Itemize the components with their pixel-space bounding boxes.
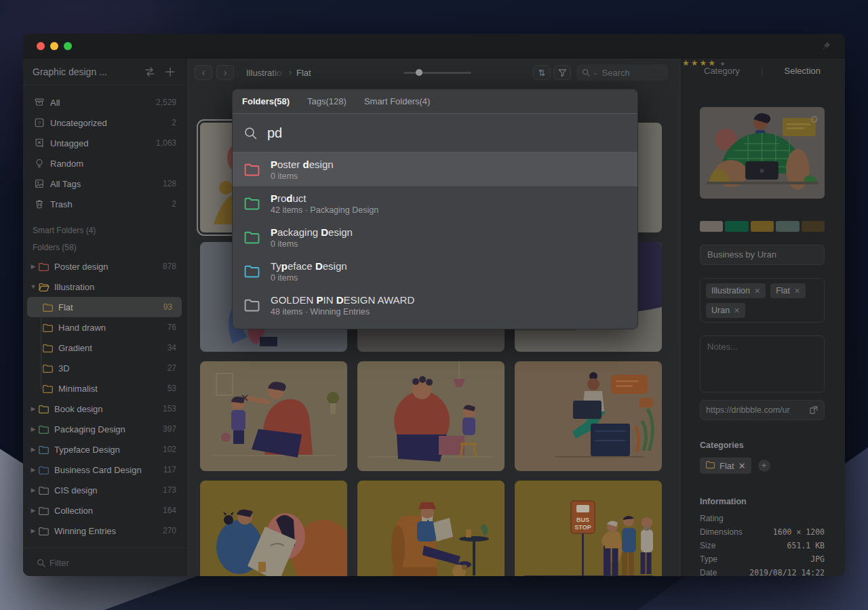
folder-count: 76 — [167, 323, 176, 332]
folder-count: 53 — [167, 384, 176, 393]
sidebar-item-all[interactable]: All2,529 — [23, 92, 186, 113]
plus-icon[interactable] — [164, 66, 176, 78]
chevron-right-icon[interactable]: ▶ — [28, 527, 38, 534]
chevron-right-icon[interactable]: ▶ — [28, 466, 38, 473]
minimize-button[interactable] — [50, 42, 58, 50]
folder-label: Winning Entries — [54, 526, 163, 536]
popup-tab-tags-128-[interactable]: Tags(128) — [307, 96, 347, 106]
folder-item-winning-entries[interactable]: ▶Winning Entries270 — [23, 521, 186, 541]
sidebar-item-label: Trash — [50, 199, 172, 209]
folder-label: Packaging Design — [54, 424, 163, 434]
folder-count: 27 — [167, 363, 176, 373]
folder-item-flat[interactable]: Flat93 — [27, 297, 182, 317]
folder-item-packaging-design[interactable]: ▶Packaging Design397 — [23, 419, 186, 439]
folder-item-business-card-design[interactable]: ▶Business Card Design117 — [23, 460, 186, 480]
search-icon — [582, 68, 590, 77]
folder-item-cis-design[interactable]: ▶CIS design173 — [23, 480, 186, 500]
filter-input[interactable]: Filter — [31, 554, 178, 571]
folder-count: 117 — [163, 465, 176, 474]
sort-button[interactable]: ⇅ — [533, 65, 551, 80]
folder-icon — [243, 230, 260, 245]
folder-icon — [38, 485, 50, 495]
sidebar-item-trash[interactable]: Trash2 — [23, 194, 186, 214]
folder-item-poster-design[interactable]: ▶Poster design878 — [23, 256, 186, 277]
folder-count: 93 — [163, 302, 172, 312]
popup-search-input[interactable]: pd — [267, 125, 282, 141]
sidebar-item-count: 2,529 — [156, 98, 176, 107]
folder-label: Illustration — [54, 282, 176, 292]
pin-icon[interactable] — [821, 41, 831, 52]
thumbnail-bus-stop[interactable]: BUS STOP — [515, 481, 662, 576]
library-switcher[interactable]: Graphic design ... — [23, 58, 186, 85]
folder-icon — [42, 323, 54, 333]
folder-item-typeface-design[interactable]: ▶Typeface Design102 — [23, 439, 186, 460]
thumbnail-writing-pair[interactable] — [200, 481, 347, 576]
folder-item-minimalist[interactable]: Minimalist53 — [23, 378, 186, 399]
information-rows: Rating★★★★ ●Dimensions1600 × 1200Size651… — [700, 512, 825, 576]
search-icon — [244, 127, 257, 140]
folder-label: Business Card Design — [54, 465, 163, 475]
folder-item-illustration[interactable]: ▼Illustration — [23, 277, 186, 297]
popup-tab-smart-folders-4-[interactable]: Smart Folders(4) — [364, 96, 431, 106]
folder-icon — [38, 282, 50, 292]
section-folders[interactable]: Folders (58) — [23, 239, 186, 256]
chevron-right-icon[interactable]: ▶ — [28, 507, 38, 514]
sidebar: Graphic design ... All2,529?Uncategorize… — [23, 58, 186, 576]
folder-icon — [38, 404, 50, 414]
search-result-row[interactable]: Product42 items · Packaging Design — [233, 186, 637, 220]
rating-stars[interactable]: ★★★★ ● — [682, 58, 845, 576]
thumbnail-father-child[interactable] — [357, 361, 505, 471]
popup-tab-folders-58-[interactable]: Folders(58) — [242, 96, 290, 106]
sidebar-item-label: Random — [50, 159, 176, 169]
chevron-down-icon[interactable]: ▼ — [28, 283, 38, 290]
thumbnail-reading-armchair[interactable] — [357, 481, 505, 576]
thumbnail-haircut[interactable] — [200, 361, 347, 471]
breadcrumb-parent[interactable]: Illustration — [246, 68, 284, 78]
folder-item-3d[interactable]: 3D27 — [23, 358, 186, 378]
chevron-right-icon[interactable]: ▶ — [28, 487, 38, 493]
folder-label: Minimalist — [58, 384, 167, 394]
folder-icon — [42, 302, 54, 312]
folder-icon — [42, 384, 54, 394]
chevron-right-icon[interactable]: ▶ — [28, 405, 38, 412]
thumbnail-woman-laptop[interactable] — [515, 361, 662, 471]
folder-item-book-design[interactable]: ▶Book design153 — [23, 399, 186, 419]
chevron-down-icon[interactable]: ⌄ — [593, 69, 598, 76]
search-result-row[interactable]: Poster design0 items — [233, 152, 637, 186]
sidebar-item-all-tags[interactable]: All Tags128 — [23, 174, 186, 194]
close-button[interactable] — [37, 42, 45, 50]
sidebar-item-untagged[interactable]: Untagged1,063 — [23, 133, 186, 153]
result-meta: 0 items — [271, 272, 627, 283]
back-button[interactable]: ‹ — [195, 65, 212, 80]
thumbnail-size-slider[interactable] — [403, 72, 471, 74]
zoom-button[interactable] — [64, 42, 72, 50]
search-result-row[interactable]: GOLDEN PIN DESIGN AWARD48 items · Winnin… — [233, 288, 637, 322]
forward-button[interactable]: › — [216, 65, 234, 80]
bus-sign-line2: STOP — [574, 524, 591, 531]
result-text: Typeface Design0 items — [271, 260, 627, 283]
folder-item-hand-drawn[interactable]: Hand drawn76 — [23, 317, 186, 338]
sidebar-item-random[interactable]: Random — [23, 153, 186, 174]
sidebar-item-uncategorized[interactable]: ?Uncategorized2 — [23, 113, 186, 133]
search-result-row[interactable]: Packaging Design0 items — [233, 220, 637, 254]
swap-icon[interactable] — [144, 66, 156, 78]
sidebar-filter-bar: Filter — [23, 548, 186, 576]
search-input[interactable]: ⌄ Search — [576, 64, 668, 81]
chevron-right-icon: › — [289, 68, 292, 77]
slider-thumb[interactable] — [416, 69, 422, 76]
folder-item-collection[interactable]: ▶Collection164 — [23, 500, 186, 521]
chevron-right-icon[interactable]: ▶ — [28, 426, 38, 432]
search-placeholder: Search — [602, 68, 630, 78]
folder-icon — [243, 196, 260, 211]
folder-count: 102 — [163, 445, 176, 454]
result-title: Poster design — [271, 158, 627, 171]
section-smart-folders[interactable]: Smart Folders (4) — [23, 222, 186, 239]
folder-icon — [42, 343, 54, 353]
folder-count: 34 — [167, 343, 176, 352]
search-result-row[interactable]: Typeface Design0 items — [233, 254, 637, 288]
chevron-right-icon[interactable]: ▶ — [28, 446, 38, 453]
filter-button[interactable] — [553, 65, 571, 80]
folder-item-gradient[interactable]: Gradient34 — [23, 338, 186, 358]
breadcrumb-current[interactable]: Flat — [296, 68, 311, 78]
chevron-right-icon[interactable]: ▶ — [28, 263, 38, 270]
